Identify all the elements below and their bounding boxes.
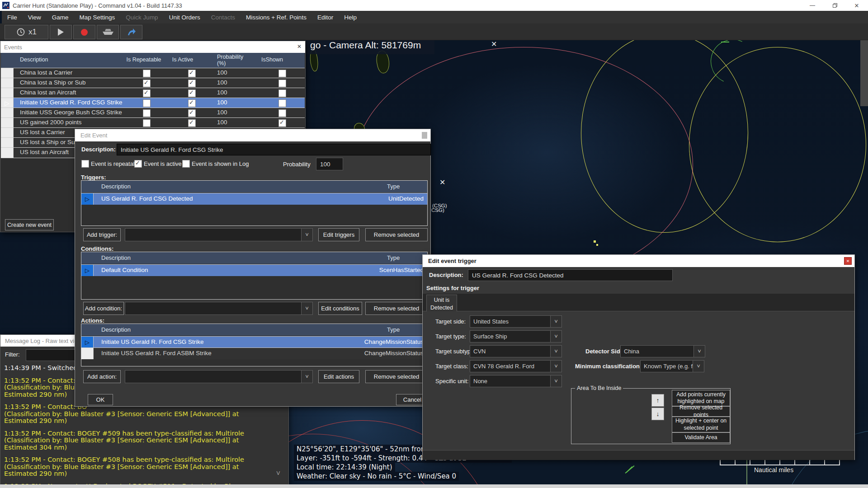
event-row[interactable]: China lost a Carrier 100 xyxy=(1,68,305,78)
close-button-red[interactable]: ✕ xyxy=(844,257,852,265)
menu-unit-orders[interactable]: Unit Orders xyxy=(164,11,206,23)
event-row[interactable]: China lost a Ship or Sub 100 xyxy=(1,78,305,88)
event-row[interactable]: US gained 2000 points 100 xyxy=(1,117,305,128)
specific-unit-dropdown[interactable]: None ˅ xyxy=(470,375,562,387)
scroll-down-icon[interactable]: ˅ xyxy=(276,469,280,478)
is-shown-checkbox[interactable] xyxy=(278,70,286,77)
condition-row-selected[interactable]: ▷ Default Condition ScenHasStarted xyxy=(81,264,427,276)
row-selector-cell[interactable] xyxy=(1,118,14,128)
menu-quick-jump[interactable]: Quick Jump xyxy=(120,11,163,23)
menu-view[interactable]: View xyxy=(23,11,47,23)
target-side-dropdown[interactable]: United States ˅ xyxy=(470,315,562,328)
menu-file[interactable]: File xyxy=(2,11,23,23)
close-icon[interactable]: ✕ xyxy=(297,43,302,50)
close-button[interactable] xyxy=(422,132,427,139)
jump-to-button[interactable] xyxy=(120,25,142,39)
event-active-checkbox[interactable] xyxy=(134,160,142,168)
target-subtype-dropdown[interactable]: CVN ˅ xyxy=(470,345,562,357)
add-points-button[interactable]: Add points currently highlighted on map xyxy=(672,390,730,406)
trigger-description-input[interactable]: US Gerald R. Ford CSG Detected xyxy=(468,269,673,281)
is-active-checkbox[interactable] xyxy=(188,89,196,97)
is-active-checkbox[interactable] xyxy=(188,70,196,77)
remove-selected-conditions-button[interactable]: Remove selected xyxy=(365,302,428,315)
menu-missions-ref-points[interactable]: Missions + Ref. Points xyxy=(241,11,312,23)
action-row-selected[interactable]: ▷ Initiate US Gerald R. Ford CSG Strike … xyxy=(81,336,427,348)
is-repeatable-checkbox[interactable] xyxy=(143,89,151,97)
move-point-down-button[interactable]: ↓ xyxy=(651,408,664,420)
row-selector-cell[interactable] xyxy=(1,68,14,78)
restore-button[interactable] xyxy=(825,0,845,11)
event-shown-checkbox[interactable] xyxy=(182,160,190,168)
horizontal-scrollbar[interactable] xyxy=(0,484,868,488)
ok-button[interactable]: OK xyxy=(88,394,113,405)
is-shown-checkbox[interactable] xyxy=(278,109,286,117)
edit-trigger-titlebar[interactable]: Edit event trigger ✕ xyxy=(423,255,854,267)
trigger-row-selected[interactable]: ▷ US Gerald R. Ford CSG Detected UnitDet… xyxy=(81,193,427,205)
edit-triggers-button[interactable]: Edit triggers xyxy=(318,228,359,241)
close-icon[interactable]: ✕ xyxy=(439,178,445,187)
row-selector-cell[interactable] xyxy=(81,348,94,359)
is-shown-checkbox[interactable] xyxy=(278,89,286,97)
menu-map-settings[interactable]: Map Settings xyxy=(74,11,121,23)
add-condition-dropdown[interactable]: ˅ xyxy=(125,302,313,315)
menu-game[interactable]: Game xyxy=(47,11,74,23)
tab-unit-is-detected[interactable]: Unit is Detected xyxy=(426,295,457,311)
is-repeatable-checkbox[interactable] xyxy=(143,99,151,107)
row-selector-cell[interactable] xyxy=(1,88,14,98)
is-active-checkbox[interactable] xyxy=(188,119,196,127)
probability-input[interactable]: 100 xyxy=(316,158,343,170)
is-active-checkbox[interactable] xyxy=(188,80,196,87)
add-action-dropdown[interactable]: ˅ xyxy=(125,370,313,383)
play-button[interactable] xyxy=(50,25,72,39)
is-shown-checkbox[interactable] xyxy=(278,119,286,127)
row-selector-cell[interactable] xyxy=(1,128,14,138)
action-row[interactable]: Initiate USS Gerald R. Ford ASBM Strike … xyxy=(81,347,427,359)
is-active-checkbox[interactable] xyxy=(188,99,196,107)
time-compression-button[interactable]: x1 xyxy=(5,25,48,39)
is-repeatable-checkbox[interactable] xyxy=(143,109,151,117)
target-type-dropdown[interactable]: Surface Ship ˅ xyxy=(470,330,562,343)
menu-editor[interactable]: Editor xyxy=(312,11,339,23)
row-selector-cell[interactable] xyxy=(1,138,14,148)
move-point-up-button[interactable]: ↑ xyxy=(651,394,664,407)
min-classification-dropdown[interactable]: Known Type (e.g. frig ˅ xyxy=(640,360,704,372)
row-selector-cell[interactable]: ▷ xyxy=(81,337,94,348)
ferry-mode-button[interactable] xyxy=(97,25,119,39)
event-repeatable-checkbox[interactable] xyxy=(81,160,89,168)
record-button[interactable] xyxy=(73,25,95,39)
create-new-event-button[interactable]: Create new event xyxy=(5,219,54,230)
row-selector-cell[interactable] xyxy=(1,108,14,118)
event-row[interactable]: China lost an Aircraft 100 xyxy=(1,88,305,98)
window-titlebar[interactable]: Carrier Hunt (Standalone Play) - Command… xyxy=(0,0,868,11)
is-active-checkbox[interactable] xyxy=(188,109,196,117)
event-row-selected[interactable]: ▷ Initiate US Gerald R. Ford CSG Strike … xyxy=(1,98,305,108)
add-action-button[interactable]: Add action: xyxy=(83,370,121,383)
add-trigger-button[interactable]: Add trigger: xyxy=(83,228,121,241)
is-shown-checkbox[interactable] xyxy=(278,80,286,87)
close-icon[interactable]: ✕ xyxy=(491,40,497,48)
events-window-titlebar[interactable]: Events ✕ xyxy=(0,41,305,53)
is-repeatable-checkbox[interactable] xyxy=(143,119,151,127)
edit-conditions-button[interactable]: Edit conditions xyxy=(318,302,362,315)
highlight-center-button[interactable]: Highlight + center on selected point xyxy=(672,417,730,432)
row-selector-cell[interactable] xyxy=(1,148,14,158)
is-repeatable-checkbox[interactable] xyxy=(143,80,151,87)
detector-side-dropdown[interactable]: China ˅ xyxy=(620,345,705,357)
is-shown-checkbox[interactable] xyxy=(278,99,286,107)
remove-points-button[interactable]: Remove selected points xyxy=(672,406,730,417)
event-description-input[interactable]: Initiate US Gerald R. Ford CSG Strike xyxy=(117,144,431,155)
is-repeatable-checkbox[interactable] xyxy=(143,70,151,77)
row-selector-cell[interactable]: ▷ xyxy=(1,98,14,108)
close-window-button[interactable]: ✕ xyxy=(846,0,867,11)
menu-contacts[interactable]: Contacts xyxy=(206,11,241,23)
row-selector-cell[interactable]: ▷ xyxy=(81,193,94,205)
event-row[interactable]: Initiate USS George Bush CSG Strike 100 xyxy=(1,108,305,118)
row-selector-cell[interactable] xyxy=(1,78,14,88)
minimize-button[interactable]: — xyxy=(802,0,823,11)
add-condition-button[interactable]: Add condition: xyxy=(83,302,124,315)
validate-area-button[interactable]: Validate Area xyxy=(672,432,730,443)
remove-selected-triggers-button[interactable]: Remove selected xyxy=(365,228,428,241)
target-class-dropdown[interactable]: CVN 78 Gerald R. Ford ˅ xyxy=(470,360,562,372)
remove-selected-actions-button[interactable]: Remove selected xyxy=(365,370,428,383)
menu-help[interactable]: Help xyxy=(339,11,362,23)
